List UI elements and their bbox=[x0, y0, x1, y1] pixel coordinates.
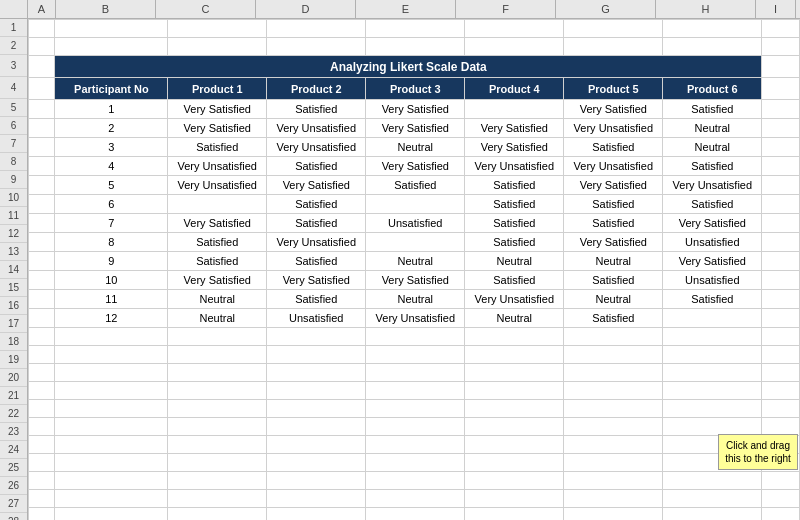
data-cell-r14-c6[interactable]: Unsatisfied bbox=[663, 271, 762, 290]
data-cell-r8-c2[interactable]: Satisfied bbox=[267, 157, 366, 176]
data-cell-r6-c4[interactable]: Very Satisfied bbox=[465, 119, 564, 138]
data-cell-r14-c1[interactable]: Very Satisfied bbox=[168, 271, 267, 290]
data-cell-r12-c6[interactable]: Unsatisfied bbox=[663, 233, 762, 252]
data-cell-r15-c3[interactable]: Neutral bbox=[366, 290, 465, 309]
data-cell-r6-c1[interactable]: Very Satisfied bbox=[168, 119, 267, 138]
data-cell-r7-c5[interactable]: Satisfied bbox=[564, 138, 663, 157]
data-cell-r5-c2[interactable]: Satisfied bbox=[267, 100, 366, 119]
data-cell-r7-c2[interactable]: Very Unsatisfied bbox=[267, 138, 366, 157]
data-cell-r15-c2[interactable]: Satisfied bbox=[267, 290, 366, 309]
data-cell-r9-c3[interactable]: Satisfied bbox=[366, 176, 465, 195]
cell-r2-c2[interactable] bbox=[168, 38, 267, 56]
data-cell-r9-c4[interactable]: Satisfied bbox=[465, 176, 564, 195]
data-cell-r13-c1[interactable]: Satisfied bbox=[168, 252, 267, 271]
data-cell-r8-c6[interactable]: Satisfied bbox=[663, 157, 762, 176]
data-cell-r16-c6[interactable] bbox=[663, 309, 762, 328]
data-cell-r7-c4[interactable]: Very Satisfied bbox=[465, 138, 564, 157]
data-cell-r15-c6[interactable]: Satisfied bbox=[663, 290, 762, 309]
cell-r1-c5[interactable] bbox=[465, 20, 564, 38]
data-cell-r10-c2[interactable]: Satisfied bbox=[267, 195, 366, 214]
data-cell-r11-c5[interactable]: Satisfied bbox=[564, 214, 663, 233]
participant-no-6[interactable]: 6 bbox=[55, 195, 168, 214]
participant-no-2[interactable]: 2 bbox=[55, 119, 168, 138]
cell-r2-c8[interactable] bbox=[762, 38, 800, 56]
data-cell-r12-c3[interactable] bbox=[366, 233, 465, 252]
participant-no-3[interactable]: 3 bbox=[55, 138, 168, 157]
data-cell-r16-c2[interactable]: Unsatisfied bbox=[267, 309, 366, 328]
data-cell-r8-c3[interactable]: Very Satisfied bbox=[366, 157, 465, 176]
cell-r2-c0[interactable] bbox=[29, 38, 55, 56]
data-cell-r8-c5[interactable]: Very Unsatisfied bbox=[564, 157, 663, 176]
data-cell-r5-c4[interactable] bbox=[465, 100, 564, 119]
data-cell-r11-c6[interactable]: Very Satisfied bbox=[663, 214, 762, 233]
data-cell-r5-c6[interactable]: Satisfied bbox=[663, 100, 762, 119]
cell-r1-c2[interactable] bbox=[168, 20, 267, 38]
data-cell-r16-c4[interactable]: Neutral bbox=[465, 309, 564, 328]
data-cell-r6-c3[interactable]: Very Satisfied bbox=[366, 119, 465, 138]
data-cell-r14-c5[interactable]: Satisfied bbox=[564, 271, 663, 290]
data-cell-r11-c4[interactable]: Satisfied bbox=[465, 214, 564, 233]
data-cell-r13-c3[interactable]: Neutral bbox=[366, 252, 465, 271]
data-cell-r9-c6[interactable]: Very Unsatisfied bbox=[663, 176, 762, 195]
participant-no-4[interactable]: 4 bbox=[55, 157, 168, 176]
data-cell-r15-c1[interactable]: Neutral bbox=[168, 290, 267, 309]
data-cell-r16-c3[interactable]: Very Unsatisfied bbox=[366, 309, 465, 328]
data-cell-r13-c6[interactable]: Very Satisfied bbox=[663, 252, 762, 271]
data-cell-r13-c2[interactable]: Satisfied bbox=[267, 252, 366, 271]
data-cell-r9-c5[interactable]: Very Satisfied bbox=[564, 176, 663, 195]
data-cell-r7-c1[interactable]: Satisfied bbox=[168, 138, 267, 157]
participant-no-1[interactable]: 1 bbox=[55, 100, 168, 119]
data-cell-r9-c2[interactable]: Very Satisfied bbox=[267, 176, 366, 195]
cell-r1-c4[interactable] bbox=[366, 20, 465, 38]
cell-r2-c3[interactable] bbox=[267, 38, 366, 56]
data-cell-r8-c4[interactable]: Very Unsatisfied bbox=[465, 157, 564, 176]
participant-no-11[interactable]: 11 bbox=[55, 290, 168, 309]
participant-no-8[interactable]: 8 bbox=[55, 233, 168, 252]
cell-r2-c4[interactable] bbox=[366, 38, 465, 56]
cell-r1-c0[interactable] bbox=[29, 20, 55, 38]
cell-r1-c3[interactable] bbox=[267, 20, 366, 38]
data-cell-r13-c4[interactable]: Neutral bbox=[465, 252, 564, 271]
data-cell-r16-c5[interactable]: Satisfied bbox=[564, 309, 663, 328]
data-cell-r6-c2[interactable]: Very Unsatisfied bbox=[267, 119, 366, 138]
data-cell-r14-c3[interactable]: Very Satisfied bbox=[366, 271, 465, 290]
data-cell-r12-c1[interactable]: Satisfied bbox=[168, 233, 267, 252]
cell-r2-c6[interactable] bbox=[564, 38, 663, 56]
data-cell-r11-c3[interactable]: Unsatisfied bbox=[366, 214, 465, 233]
data-cell-r7-c6[interactable]: Neutral bbox=[663, 138, 762, 157]
data-cell-r7-c3[interactable]: Neutral bbox=[366, 138, 465, 157]
data-cell-r15-c4[interactable]: Very Unsatisfied bbox=[465, 290, 564, 309]
data-cell-r14-c2[interactable]: Very Satisfied bbox=[267, 271, 366, 290]
participant-no-10[interactable]: 10 bbox=[55, 271, 168, 290]
cell-r2-c5[interactable] bbox=[465, 38, 564, 56]
participant-no-5[interactable]: 5 bbox=[55, 176, 168, 195]
data-cell-r10-c1[interactable] bbox=[168, 195, 267, 214]
cell-r2-c1[interactable] bbox=[55, 38, 168, 56]
participant-no-9[interactable]: 9 bbox=[55, 252, 168, 271]
data-cell-r14-c4[interactable]: Satisfied bbox=[465, 271, 564, 290]
participant-no-12[interactable]: 12 bbox=[55, 309, 168, 328]
data-cell-r10-c5[interactable]: Satisfied bbox=[564, 195, 663, 214]
cell-r1-c1[interactable] bbox=[55, 20, 168, 38]
cell-r2-c7[interactable] bbox=[663, 38, 762, 56]
data-cell-r6-c5[interactable]: Very Unsatisfied bbox=[564, 119, 663, 138]
cell-r1-c7[interactable] bbox=[663, 20, 762, 38]
data-cell-r12-c4[interactable]: Satisfied bbox=[465, 233, 564, 252]
data-cell-r6-c6[interactable]: Neutral bbox=[663, 119, 762, 138]
cell-r1-c8[interactable] bbox=[762, 20, 800, 38]
data-cell-r10-c3[interactable] bbox=[366, 195, 465, 214]
data-cell-r11-c1[interactable]: Very Satisfied bbox=[168, 214, 267, 233]
data-cell-r5-c5[interactable]: Very Satisfied bbox=[564, 100, 663, 119]
data-cell-r10-c4[interactable]: Satisfied bbox=[465, 195, 564, 214]
participant-no-7[interactable]: 7 bbox=[55, 214, 168, 233]
cell-r1-c6[interactable] bbox=[564, 20, 663, 38]
data-cell-r9-c1[interactable]: Very Unsatisfied bbox=[168, 176, 267, 195]
data-cell-r12-c2[interactable]: Very Unsatisfied bbox=[267, 233, 366, 252]
data-cell-r12-c5[interactable]: Very Satisfied bbox=[564, 233, 663, 252]
data-cell-r10-c6[interactable]: Satisfied bbox=[663, 195, 762, 214]
data-cell-r16-c1[interactable]: Neutral bbox=[168, 309, 267, 328]
data-cell-r8-c1[interactable]: Very Unsatisfied bbox=[168, 157, 267, 176]
data-cell-r15-c5[interactable]: Neutral bbox=[564, 290, 663, 309]
data-cell-r13-c5[interactable]: Neutral bbox=[564, 252, 663, 271]
data-cell-r5-c3[interactable]: Very Satisfied bbox=[366, 100, 465, 119]
